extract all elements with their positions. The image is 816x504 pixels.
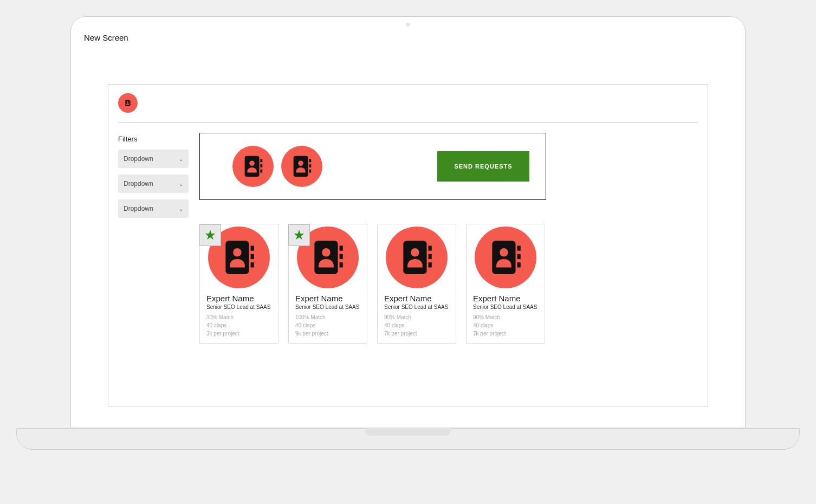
svg-rect-14 <box>309 170 311 173</box>
laptop-camera <box>406 23 410 27</box>
send-requests-button[interactable]: SEND REQUESTS <box>437 151 529 182</box>
expert-match: 30% Match <box>206 313 271 321</box>
card-body: Expert Name Senior SEO Lead at SAAS 30% … <box>200 290 278 343</box>
expert-card[interactable]: Expert Name Senior SEO Lead at SAAS 30% … <box>199 224 279 344</box>
svg-rect-32 <box>517 245 521 250</box>
star-burst-icon <box>205 230 216 241</box>
svg-rect-2 <box>130 101 131 102</box>
card-avatar-wrap <box>378 224 456 290</box>
expert-claps: 40 claps <box>295 321 360 329</box>
expert-card[interactable]: Expert Name Senior SEO Lead at SAAS 90% … <box>466 224 545 344</box>
expert-claps: 40 claps <box>206 321 271 329</box>
contact-book-icon <box>219 237 259 277</box>
svg-rect-28 <box>429 254 432 259</box>
star-burst-icon <box>294 230 305 241</box>
expert-price: 7k per project <box>384 329 449 338</box>
selected-avatar-1[interactable] <box>232 146 274 187</box>
selected-badge <box>288 224 310 246</box>
svg-rect-13 <box>309 164 311 167</box>
svg-rect-5 <box>245 156 260 177</box>
svg-point-16 <box>233 248 241 256</box>
divider <box>118 122 698 123</box>
identity-badge[interactable] <box>118 93 138 113</box>
chevron-down-icon: ⌄ <box>179 181 183 187</box>
svg-rect-19 <box>251 262 254 267</box>
filter-dropdown-3[interactable]: Dropdown ⌄ <box>118 199 189 218</box>
svg-rect-33 <box>517 254 521 259</box>
contact-book-icon <box>124 99 132 107</box>
filters-sidebar: Filters Dropdown ⌄ Dropdown ⌄ Dropdown ⌄ <box>118 133 189 344</box>
svg-rect-34 <box>517 262 521 267</box>
svg-rect-27 <box>429 245 432 250</box>
svg-rect-10 <box>294 156 308 177</box>
svg-point-1 <box>127 101 128 103</box>
selected-avatars <box>232 146 322 187</box>
expert-match: 90% Match <box>384 313 449 321</box>
svg-rect-7 <box>260 159 262 163</box>
expert-claps: 40 claps <box>473 321 538 329</box>
window-title: New Screen <box>84 33 128 42</box>
expert-name: Expert Name <box>473 294 538 303</box>
page-content: Filters Dropdown ⌄ Dropdown ⌄ Dropdown ⌄ <box>83 84 733 406</box>
contact-book-icon <box>241 154 265 179</box>
svg-point-6 <box>249 160 255 166</box>
selection-bar: SEND REQUESTS <box>199 133 546 200</box>
svg-rect-24 <box>340 262 343 267</box>
svg-rect-22 <box>340 245 343 250</box>
expert-name: Expert Name <box>206 294 271 303</box>
svg-point-31 <box>500 248 508 256</box>
body-row: Filters Dropdown ⌄ Dropdown ⌄ Dropdown ⌄ <box>118 133 698 344</box>
main-area: SEND REQUESTS Expert Name Senior SEO Lea… <box>199 133 698 344</box>
svg-rect-25 <box>403 241 426 274</box>
chevron-down-icon: ⌄ <box>179 206 183 212</box>
expert-price: 9k per project <box>295 329 360 338</box>
svg-rect-17 <box>251 245 254 250</box>
expert-role: Senior SEO Lead at SAAS <box>384 304 449 310</box>
expert-name: Expert Name <box>384 294 449 303</box>
card-avatar-wrap <box>467 224 545 290</box>
card-body: Expert Name Senior SEO Lead at SAAS 90% … <box>467 290 545 343</box>
filter-dropdown-label: Dropdown <box>124 205 153 212</box>
selected-badge <box>199 224 221 246</box>
laptop-notch <box>365 428 451 436</box>
expert-match: 100% Match <box>295 313 360 321</box>
expert-card[interactable]: Expert Name Senior SEO Lead at SAAS 90% … <box>377 224 456 344</box>
top-row <box>118 91 698 119</box>
filter-dropdown-2[interactable]: Dropdown ⌄ <box>118 175 189 193</box>
svg-rect-3 <box>130 102 131 104</box>
expert-name: Expert Name <box>295 294 360 303</box>
svg-rect-4 <box>130 104 131 105</box>
svg-rect-23 <box>340 254 343 259</box>
svg-rect-30 <box>492 241 515 274</box>
contact-book-icon <box>289 154 314 179</box>
contact-book-icon <box>485 237 526 277</box>
svg-rect-12 <box>309 159 311 163</box>
contact-book-icon <box>397 237 437 277</box>
card-body: Expert Name Senior SEO Lead at SAAS 100%… <box>289 290 367 343</box>
svg-point-26 <box>411 248 419 256</box>
expert-cards-row: Expert Name Senior SEO Lead at SAAS 30% … <box>199 224 698 344</box>
expert-role: Senior SEO Lead at SAAS <box>295 304 360 310</box>
expert-price: 3k per project <box>206 329 271 338</box>
svg-rect-29 <box>429 262 432 267</box>
expert-avatar <box>386 227 448 288</box>
svg-rect-20 <box>314 241 338 274</box>
expert-role: Senior SEO Lead at SAAS <box>206 304 271 310</box>
expert-claps: 40 claps <box>384 321 449 329</box>
filter-dropdown-label: Dropdown <box>124 155 153 163</box>
filter-dropdown-label: Dropdown <box>124 180 153 188</box>
filters-heading: Filters <box>118 135 189 143</box>
expert-card[interactable]: Expert Name Senior SEO Lead at SAAS 100%… <box>288 224 367 344</box>
laptop-frame: New Screen <box>70 16 746 428</box>
filter-dropdown-1[interactable]: Dropdown ⌄ <box>118 150 189 168</box>
contact-book-icon <box>308 237 348 277</box>
expert-match: 90% Match <box>473 313 538 321</box>
svg-rect-9 <box>260 170 262 173</box>
browser-title: New Screen <box>83 29 733 47</box>
expert-price: 7k per project <box>473 329 538 338</box>
chevron-down-icon: ⌄ <box>179 156 183 162</box>
svg-rect-18 <box>251 254 254 259</box>
svg-rect-8 <box>260 164 262 167</box>
selected-avatar-2[interactable] <box>281 146 322 187</box>
expert-avatar <box>475 227 536 288</box>
